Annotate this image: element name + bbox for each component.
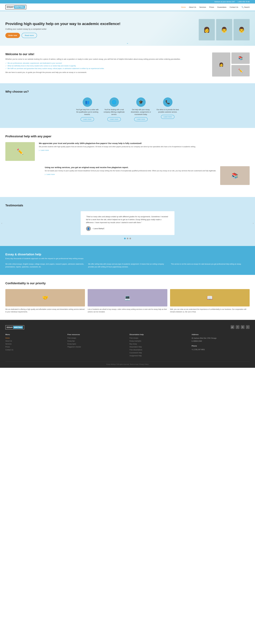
paper-image-1: ✏️ [5, 142, 35, 161]
footer-link-coursework[interactable]: Coursework Help [130, 352, 142, 354]
welcome-image-2: 📚 [231, 52, 250, 64]
essay-subtitle: Every day thousands of students approach… [5, 258, 250, 260]
paper-content-1: We appreciate your trust and provide onl… [39, 142, 196, 151]
nav-prices[interactable]: Prices [209, 6, 214, 8]
why-learn-4[interactable]: Learn more [161, 115, 174, 119]
hero-person-1: 👩 [199, 19, 215, 40]
testimonial-author-name: – Laura BaileyC [92, 227, 105, 230]
welcome-point-2: What we definitely know is that every st… [5, 65, 208, 67]
why-icon-1: 👥 [83, 98, 92, 107]
nav-contact[interactable]: Contact Us [229, 6, 238, 8]
footer-link-buy-essay[interactable]: Buy essay [130, 343, 137, 345]
logo: ESSAY WRITING [5, 5, 26, 9]
footer-link-assignment[interactable]: Assignment Help [130, 355, 142, 357]
footer-link-about[interactable]: About Us [5, 340, 12, 342]
footer-link-home[interactable]: Home [5, 337, 10, 339]
footer-menu-services: Services [5, 343, 63, 345]
logo-writing: WRITING [14, 6, 25, 8]
essay-col-3: This service is not the same as essays f… [171, 263, 250, 268]
footer-free-title: Free resources [67, 334, 125, 336]
hero-images: 👩 👨 👨 [199, 19, 250, 40]
paper-learn-1[interactable]: ▷ Learn more [39, 149, 196, 151]
why-learn-3[interactable]: Learn more [134, 117, 148, 121]
footer-link-prices[interactable]: Prices [5, 346, 10, 348]
footer-link-essay-tips[interactable]: Essay tips [67, 340, 75, 342]
nav-home[interactable]: Home [181, 6, 186, 8]
read-more-button[interactable]: Read more [22, 33, 37, 38]
footer-free-types: Essay types [67, 343, 125, 345]
footer-free-plagiarism: Plagiarism checker [67, 346, 125, 348]
paper-text-1: We provide students with high-quality pa… [39, 146, 196, 148]
testimonial-wrapper: ‹ "Tried so many sites and always ended … [5, 211, 250, 235]
conf-image-3: 📖 [170, 289, 250, 306]
order-now-button[interactable]: Order now [5, 33, 20, 38]
footer-link-diss-examples[interactable]: Essay examples [130, 340, 141, 342]
testimonial-next[interactable]: › [253, 222, 254, 225]
social-twitter[interactable]: t [246, 325, 250, 329]
hero-buttons: Order now Read more [5, 33, 120, 38]
header: ESSAY WRITING Home About Us Services Pri… [0, 4, 255, 11]
social-facebook[interactable]: f [236, 325, 239, 329]
footer-link-plagiarism[interactable]: Plagiarism checker [67, 346, 81, 348]
nav-search[interactable]: 🔍 Search [241, 6, 250, 8]
footer-free-list: Free essays Essay tips Essay types Plagi… [67, 337, 125, 348]
professional-title: Professional help with any paper [5, 135, 250, 138]
testimonials-title: Testimonials [5, 204, 250, 207]
paper-image-2: 📚 [220, 166, 250, 185]
welcome-section: Welcome to our site! Whether you've come… [0, 46, 255, 83]
footer-diss-help: Dissertation Help [130, 346, 188, 348]
footer-link-essay-types[interactable]: Essay types [67, 343, 76, 345]
footer-cols: Menu Home About Us Services Prices Conta… [5, 334, 250, 358]
nav-about[interactable]: About Us [189, 6, 196, 8]
why-learn-1[interactable]: Learn more [81, 117, 94, 121]
testimonial-prev[interactable]: ‹ [1, 222, 2, 225]
footer-address-line1: 26 Jackson Blvd Ste 1700 Chicago [192, 337, 250, 340]
footer-dissertation-list: Free essays Essay examples Buy essay Dis… [130, 337, 188, 357]
welcome-image-1: 👩 [212, 52, 230, 76]
footer-link-services[interactable]: Services [5, 343, 12, 345]
footer-free-tips: Essay tips [67, 340, 125, 342]
footer-link-contact[interactable]: Contact Us [5, 349, 13, 351]
footer-menu-about: About Us [5, 340, 63, 342]
nav-services[interactable]: Services [199, 6, 206, 8]
footer-link-diss-free[interactable]: Free essays [130, 337, 138, 339]
why-section: Why choose us? 👥 You'll get help from a … [0, 83, 255, 128]
essay-cols: We write critical essays, English essays… [5, 263, 250, 268]
nav-guarantees[interactable]: Guarantees [217, 6, 226, 8]
hero-person-3: 👨 [233, 19, 250, 40]
hero-subtitle: Crafting your custom essay by a competen… [5, 28, 120, 30]
welcome-point-1: We are professional, educated, experienc… [5, 62, 208, 64]
why-learn-2[interactable]: Learn more [107, 117, 121, 121]
footer-link-free-diss[interactable]: Free dissertations [130, 349, 142, 351]
testimonial-box: "Tried so many sites and always ended up… [81, 211, 174, 235]
conf-card-1: 🤝 We are dedicated to offering a high qu… [5, 289, 85, 313]
paper-learn-2[interactable]: ▷ Learn more [45, 174, 216, 175]
testimonial-dot-1[interactable] [124, 238, 126, 239]
footer-menu-list: Home About Us Services Prices Contact Us [5, 337, 63, 351]
testimonial-dot-2[interactable] [127, 238, 128, 239]
social-linkedin[interactable]: in [241, 325, 244, 329]
footer-dissertation-title: Dissertation help [130, 334, 188, 336]
footer-link-diss-help[interactable]: Dissertation Help [130, 346, 142, 348]
paper-row-1: ✏️ We appreciate your trust and provide … [5, 142, 250, 161]
footer-social: g+ f in t [231, 325, 250, 329]
testimonial-avatar: 👤 [86, 226, 91, 231]
testimonial-quote: "Tried so many sites and always ended up… [86, 215, 169, 224]
why-card-1: 👥 You'll get help from a writer with the… [75, 98, 99, 121]
testimonial-dot-3[interactable] [129, 238, 131, 239]
footer-diss-coursework: Coursework Help [130, 352, 188, 354]
essay-col-1: We write critical essays, English essays… [5, 263, 84, 268]
footer-link-free-essays[interactable]: Free essays [67, 337, 76, 339]
conf-image-1: 🤝 [5, 289, 85, 306]
footer-menu-prices: Prices [5, 346, 63, 348]
footer-diss-assignment: Assignment Help [130, 354, 188, 357]
why-text-4: Our ethos is to provide the best possibl… [156, 108, 180, 113]
footer-bottom-text: Essay Writing © All rights reserved. Ter… [106, 364, 149, 365]
why-card-4: 📞 Our ethos is to provide the best possi… [156, 98, 180, 121]
social-google[interactable]: g+ [231, 325, 234, 329]
footer-menu-title: Menu [5, 334, 63, 336]
paper-heading-2: Using our writing services, you get an o… [45, 166, 216, 168]
welcome-intro: Whether you've come to our website looki… [5, 58, 208, 61]
footer-menu-contact: Contact Us [5, 349, 63, 351]
why-text-3: Get help with your essay, dissertation, … [129, 108, 153, 116]
